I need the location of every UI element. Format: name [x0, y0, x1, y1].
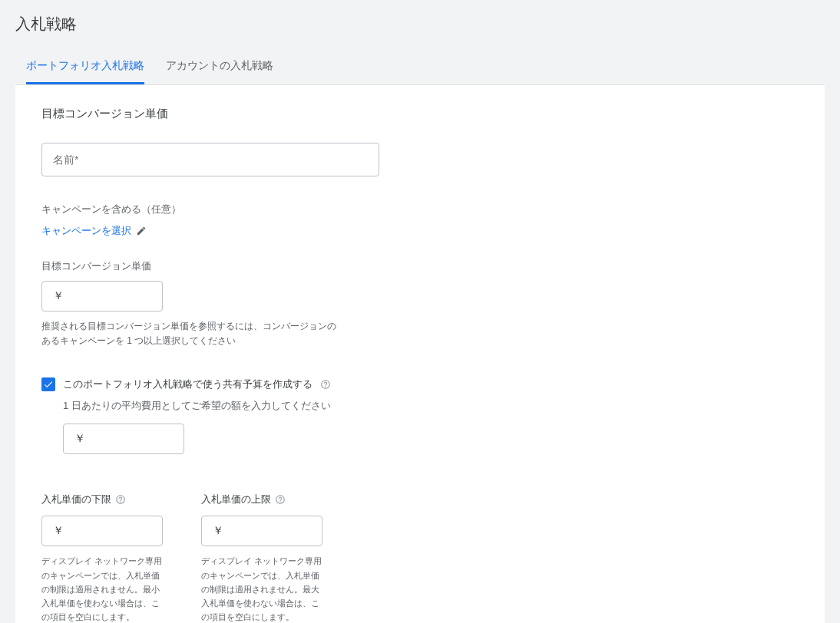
daily-avg-input[interactable] — [90, 433, 173, 445]
campaign-select-link[interactable]: キャンペーンを選択 — [41, 224, 131, 238]
max-bid-label-text: 入札単価の上限 — [201, 493, 271, 506]
target-cpa-block: 目標コンバージョン単価 ￥ 推奨される目標コンバージョン単価を参照するには、コン… — [41, 259, 799, 348]
section-title: 目標コンバージョン単価 — [41, 107, 799, 121]
max-bid-help-text: ディスプレイ ネットワーク専用のキャンペーンでは、入札単価の制限は適用されません… — [201, 554, 322, 623]
max-bid-input[interactable] — [228, 525, 311, 537]
shared-budget-checkbox-row: このポートフォリオ入札戦略で使う共有予算を作成する — [41, 377, 799, 391]
min-bid-help-text: ディスプレイ ネットワーク専用のキャンペーンでは、入札単価の制限は適用されません… — [41, 554, 163, 623]
min-bid-input-wrapper: ￥ — [41, 516, 163, 546]
page-title: 入札戦略 — [15, 14, 825, 35]
target-cpa-label: 目標コンバージョン単価 — [41, 259, 799, 273]
shared-budget-checkbox-label: このポートフォリオ入札戦略で使う共有予算を作成する — [63, 377, 313, 391]
help-icon[interactable] — [320, 379, 331, 390]
help-icon[interactable] — [115, 494, 126, 505]
min-bid-input[interactable] — [68, 525, 151, 537]
bid-limits-row: 入札単価の下限 ￥ ディスプレイ ネットワーク専用のキャンペーンでは、入札単価の… — [41, 493, 799, 623]
daily-budget-block: 1 日あたりの平均費用としてご希望の額を入力してください ￥ — [63, 399, 799, 454]
name-input[interactable] — [41, 143, 379, 176]
help-icon[interactable] — [275, 494, 286, 505]
max-bid-col: 入札単価の上限 ￥ ディスプレイ ネットワーク専用のキャンペーンでは、入札単価の… — [201, 493, 322, 623]
min-bid-col: 入札単価の下限 ￥ ディスプレイ ネットワーク専用のキャンペーンでは、入札単価の… — [41, 493, 163, 623]
currency-symbol: ￥ — [213, 524, 223, 538]
max-bid-label: 入札単価の上限 — [201, 493, 322, 506]
daily-avg-input-wrapper: ￥ — [63, 424, 184, 454]
name-field-block — [41, 143, 799, 176]
min-bid-label-text: 入札単価の下限 — [41, 493, 111, 506]
shared-budget-checkbox[interactable] — [41, 377, 55, 391]
target-cpa-input[interactable] — [68, 290, 151, 302]
daily-avg-label: 1 日あたりの平均費用としてご希望の額を入力してください — [63, 399, 799, 413]
campaign-select-row: キャンペーンを選択 — [41, 224, 799, 238]
tab-account-bidding[interactable]: アカウントの入札戦略 — [166, 50, 273, 84]
campaign-include-block: キャンペーンを含める（任意） キャンペーンを選択 — [41, 203, 799, 238]
tabs: ポートフォリオ入札戦略 アカウントの入札戦略 — [15, 50, 825, 84]
max-bid-input-wrapper: ￥ — [201, 516, 322, 546]
min-bid-label: 入札単価の下限 — [41, 493, 163, 506]
campaign-include-label: キャンペーンを含める（任意） — [41, 203, 799, 216]
target-cpa-input-wrapper: ￥ — [41, 281, 163, 312]
currency-symbol: ￥ — [53, 289, 64, 303]
currency-symbol: ￥ — [74, 432, 85, 446]
page-header: 入札戦略 ポートフォリオ入札戦略 アカウントの入札戦略 — [0, 0, 840, 84]
tab-portfolio-bidding[interactable]: ポートフォリオ入札戦略 — [26, 50, 144, 84]
content-panel: 目標コンバージョン単価 キャンペーンを含める（任意） キャンペーンを選択 目標コ… — [15, 84, 825, 623]
check-icon — [43, 379, 54, 390]
pencil-icon[interactable] — [136, 226, 147, 236]
currency-symbol: ￥ — [53, 524, 64, 538]
target-cpa-help-text: 推奨される目標コンバージョン単価を参照するには、コンバージョンのあるキャンペーン… — [41, 319, 341, 348]
